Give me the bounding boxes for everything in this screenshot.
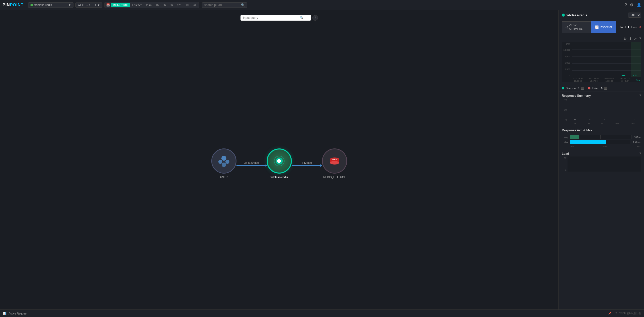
- user-label: USER: [220, 176, 228, 179]
- avg-bar-wrap: [570, 135, 631, 139]
- svg-point-3: [222, 163, 226, 167]
- time-last5m-button[interactable]: Last 5m: [131, 3, 144, 7]
- total-error-counts: Total 1 Error 0: [620, 26, 641, 29]
- load-y-40: 40: [562, 156, 567, 159]
- time-3h-button[interactable]: 3h: [161, 3, 167, 7]
- topology-canvas: USER 33 (130 ms): [0, 10, 558, 317]
- app-active-dot: [562, 14, 565, 17]
- rs-x-labels: 1s 3s 5s Slow Error: [568, 121, 641, 126]
- max-row: Max 2.42sec: [562, 140, 641, 144]
- app-selector[interactable]: xdclass-redis ▼: [28, 2, 73, 8]
- node-user[interactable]: USER: [211, 148, 236, 179]
- search-icon[interactable]: 🔍: [241, 3, 245, 7]
- help-icon[interactable]: ?: [625, 3, 627, 7]
- error-value: 0: [639, 26, 641, 29]
- rs-bar-5s-value: 0: [604, 118, 605, 121]
- scatter-dot-5: [635, 75, 636, 76]
- who-button[interactable]: WHO ↔ 1 → 1 ▼: [75, 3, 102, 8]
- rs-bar-slow-value: 0: [619, 118, 620, 121]
- chevron-down-icon: ▼: [97, 4, 100, 7]
- max-value: 2.42sec: [633, 141, 641, 143]
- x-label-now: Now: [636, 79, 640, 81]
- chart-help-icon[interactable]: ?: [639, 37, 641, 41]
- svg-point-1: [218, 160, 222, 164]
- rs-y-40: 40: [562, 98, 567, 101]
- grid-line-1: [572, 49, 641, 49]
- chart-download-icon[interactable]: ⬇: [629, 37, 632, 41]
- search-input[interactable]: [204, 3, 239, 7]
- arrows-label: ↔ 1 → 1: [85, 4, 96, 7]
- rs-bar-error: 0: [628, 118, 641, 121]
- y-label-5000: 5,000: [562, 62, 570, 64]
- grid-line-3: [572, 63, 641, 64]
- view-servers-icon: ◁: [566, 25, 568, 29]
- failed-check[interactable]: ✓: [604, 87, 607, 90]
- time-20m-button[interactable]: 20m: [145, 3, 153, 7]
- rs-bar-5s: 0: [598, 118, 611, 121]
- active-request-icon: 📊: [3, 312, 7, 315]
- pin-icon[interactable]: 📌: [608, 312, 611, 315]
- chart-settings-icon[interactable]: ⚙: [624, 37, 627, 41]
- success-check[interactable]: ✓: [581, 87, 584, 90]
- load-help-icon[interactable]: ?: [639, 152, 641, 155]
- response-summary-title: Response Summary ?: [559, 91, 644, 98]
- y-label-10000: 10,000: [562, 49, 570, 51]
- realtime-button[interactable]: REAL TIME: [111, 3, 130, 7]
- rs-bar-1s: 32: [568, 118, 581, 121]
- svg-rect-7: [277, 160, 281, 162]
- success-dot: [562, 87, 564, 89]
- inspector-tab[interactable]: 📈 Inspector: [591, 21, 616, 33]
- x-label-4: 2022.04.2813:40:24: [620, 78, 630, 82]
- y-unit: (ms): [562, 43, 570, 45]
- view-servers-tab[interactable]: ◁ VIEW SERVERS: [562, 21, 591, 33]
- response-avg-max-title: Response Avg & Max: [559, 126, 644, 133]
- all-select[interactable]: All: [628, 13, 641, 18]
- search-box[interactable]: 🔍: [202, 2, 247, 8]
- failed-dot: [588, 87, 590, 89]
- scatter-chart[interactable]: (ms) 10,000 7,500 5,000 2,500 0: [562, 42, 641, 82]
- time-1h-button[interactable]: 1h: [154, 3, 160, 7]
- inspector-tab-label: Inspector: [600, 25, 612, 29]
- rs-x-5s: 5s: [601, 123, 603, 125]
- legend-failed: Failed 0 ✓: [588, 87, 607, 90]
- chart-area: [572, 42, 641, 77]
- time-6h-button[interactable]: 6h: [168, 3, 174, 7]
- failed-label: Failed: [592, 87, 599, 90]
- rs-x-3s: 3s: [588, 123, 590, 125]
- view-servers-label: VIEW SERVERS: [569, 24, 587, 31]
- chart-expand-icon[interactable]: ⤢: [634, 37, 637, 41]
- load-y-axis: 40 0: [562, 156, 567, 172]
- svg-point-10: [330, 161, 339, 165]
- legend-row: Success 5 ✓ Failed 0 ✓: [559, 85, 644, 91]
- response-summary-help-icon[interactable]: ?: [639, 94, 641, 97]
- load-section: 40 0: [559, 156, 644, 174]
- rs-y-20: 20: [562, 109, 567, 111]
- calendar-button[interactable]: 📅 REAL TIME Last 5m 20m 1h 3h 6h 12h 1d …: [104, 2, 199, 8]
- time-2d-button[interactable]: 2d: [191, 3, 197, 7]
- rs-x-1s: 1s: [574, 123, 576, 125]
- bottom-bar-right: 📌 ? CSDN @fate忽出击: [608, 312, 641, 315]
- who-label: WHO: [78, 4, 85, 7]
- calendar-icon: 📅: [106, 3, 110, 7]
- rs-bar-1s-value: 32: [574, 118, 576, 121]
- time-12h-button[interactable]: 12h: [175, 3, 183, 7]
- user-icon[interactable]: 👤: [636, 3, 641, 7]
- rs-bars: 32 0 0 0: [568, 98, 641, 121]
- app-circle: [267, 148, 292, 174]
- total-label: Total: [620, 26, 626, 29]
- node-app[interactable]: xdclass-redis: [267, 148, 292, 179]
- redis-circle: redis: [322, 148, 347, 174]
- dashed-line-3: [600, 140, 600, 144]
- active-request-label: Active Request: [9, 312, 27, 315]
- time-1d-button[interactable]: 1d: [184, 3, 190, 7]
- settings-icon[interactable]: ⚙: [630, 3, 633, 7]
- success-label: Success: [566, 87, 576, 90]
- bottom-help-icon[interactable]: ?: [615, 312, 617, 315]
- chart-y-axis: (ms) 10,000 7,500 5,000 2,500 0: [562, 42, 571, 77]
- node-redis[interactable]: redis REDIS_LETTUCE: [322, 148, 347, 179]
- topology-panel: 🔍 ? USER: [0, 10, 558, 317]
- chart-x-labels: 2022.04.2813:36:39 2022.04.2813:37:54 20…: [572, 77, 641, 82]
- avg-value: 130ms: [634, 136, 641, 138]
- load-chart-wrap: 40 0: [562, 156, 641, 172]
- y-label-0: 0: [562, 74, 570, 77]
